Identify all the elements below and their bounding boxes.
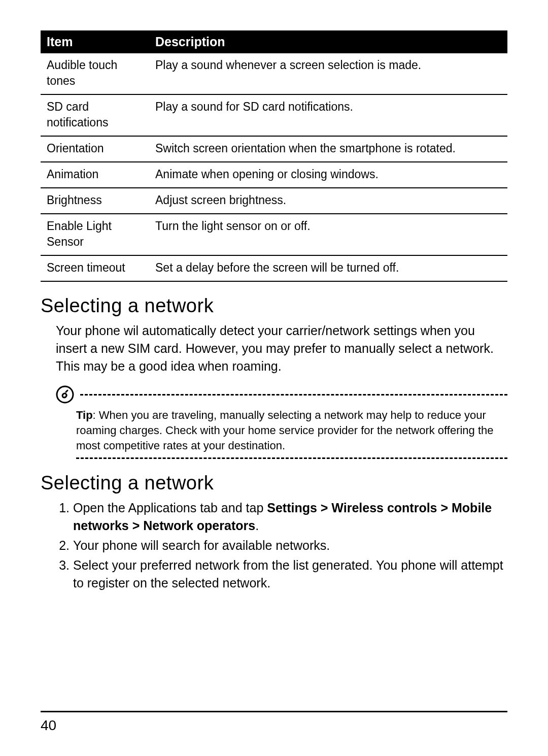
footer-rule	[41, 711, 507, 712]
table-header-item: Item	[41, 30, 149, 53]
table-header-description: Description	[149, 30, 507, 53]
page-number: 40	[41, 717, 56, 734]
step-1-post: .	[255, 518, 259, 533]
heading-selecting-network-1: Selecting a network	[41, 295, 507, 317]
dashed-rule	[80, 394, 507, 396]
step-1-pre: Open the Applications tab and tap	[73, 501, 267, 515]
step-2: Your phone will search for available net…	[73, 537, 507, 554]
intro-paragraph: Your phone wil automatically detect your…	[56, 322, 507, 375]
svg-point-0	[57, 386, 73, 403]
cell-description: Set a delay before the screen will be tu…	[149, 255, 507, 281]
tip-body: : When you are traveling, manually selec…	[76, 409, 494, 451]
tip-block: Tip: When you are traveling, manually se…	[41, 385, 507, 458]
tip-rule-bottom	[41, 457, 507, 459]
table-header-row: Item Description	[41, 30, 507, 53]
steps-list: Open the Applications tab and tap Settin…	[56, 499, 507, 592]
cell-item: SD card notifications	[41, 94, 149, 136]
manual-page: Item Description Audible touch tones Pla…	[0, 0, 548, 756]
table-row: SD card notifications Play a sound for S…	[41, 94, 507, 136]
table-row: Orientation Switch screen orientation wh…	[41, 136, 507, 162]
table-row: Enable Light Sensor Turn the light senso…	[41, 214, 507, 255]
cell-item: Audible touch tones	[41, 53, 149, 94]
cell-item: Screen timeout	[41, 255, 149, 281]
heading-selecting-network-2: Selecting a network	[41, 472, 507, 494]
step-1: Open the Applications tab and tap Settin…	[73, 499, 507, 535]
step-3: Select your preferred network from the l…	[73, 556, 507, 592]
cell-description: Animate when opening or closing windows.	[149, 162, 507, 188]
cell-item: Orientation	[41, 136, 149, 162]
tip-label: Tip	[76, 409, 93, 421]
settings-table: Item Description Audible touch tones Pla…	[41, 30, 507, 282]
table-row: Brightness Adjust screen brightness.	[41, 188, 507, 214]
tip-icon	[56, 385, 74, 404]
tip-text: Tip: When you are traveling, manually se…	[76, 408, 507, 453]
dashed-rule	[76, 457, 507, 459]
cell-description: Switch screen orientation when the smart…	[149, 136, 507, 162]
cell-description: Adjust screen brightness.	[149, 188, 507, 214]
cell-item: Brightness	[41, 188, 149, 214]
cell-description: Play a sound for SD card notifications.	[149, 94, 507, 136]
cell-description: Turn the light sensor on or off.	[149, 214, 507, 255]
table-row: Audible touch tones Play a sound wheneve…	[41, 53, 507, 94]
table-row: Screen timeout Set a delay before the sc…	[41, 255, 507, 281]
cell-item: Enable Light Sensor	[41, 214, 149, 255]
table-row: Animation Animate when opening or closin…	[41, 162, 507, 188]
cell-description: Play a sound whenever a screen selection…	[149, 53, 507, 94]
tip-rule-top	[41, 385, 507, 404]
cell-item: Animation	[41, 162, 149, 188]
